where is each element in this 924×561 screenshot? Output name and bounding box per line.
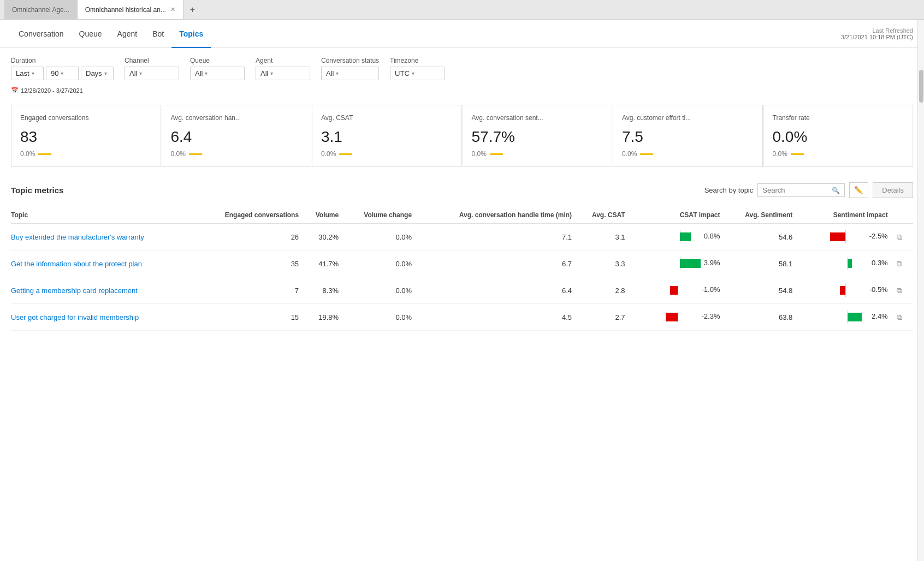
col-header-engaged: Engaged conversations: [194, 207, 302, 224]
tab-close-icon[interactable]: ✕: [170, 6, 175, 13]
handle-time-cell: 7.1: [415, 224, 575, 250]
duration-preset-select[interactable]: Last ▾: [11, 67, 44, 80]
volume-change-cell: 0.0%: [342, 277, 415, 304]
kpi-card-sentiment: Avg. conversation sent... 57.7% 0.0%: [463, 105, 613, 167]
nav-item-conversation[interactable]: Conversation: [11, 20, 72, 48]
copy-icon[interactable]: ⧉: [895, 231, 904, 242]
kpi-trend-bar: [38, 153, 51, 155]
topic-link[interactable]: User got charged for invalid membership: [11, 313, 139, 321]
tab-active[interactable]: Omnichannel historical an... ✕: [78, 0, 183, 19]
kpi-trend-bar: [640, 153, 653, 155]
avg-csat-cell: 3.3: [575, 250, 629, 277]
topic-link[interactable]: Getting a membership card replacement: [11, 287, 138, 295]
search-icon: 🔍: [832, 187, 840, 194]
kpi-trend-bar: [490, 153, 503, 155]
conversation-status-filter: Conversation status All ▾: [321, 57, 379, 80]
csat-impact-cell: -2.3%: [629, 304, 724, 331]
csat-impact-cell: 3.9%: [629, 250, 724, 277]
kpi-cards-row: Engaged conversations 83 0.0% Avg. conve…: [0, 98, 924, 174]
handle-time-cell: 6.7: [415, 250, 575, 277]
table-row: User got charged for invalid membership …: [11, 304, 913, 331]
agent-filter: Agent All ▾: [256, 57, 310, 80]
chevron-down-icon: ▾: [336, 70, 339, 76]
col-header-csat-impact: CSAT impact: [629, 207, 724, 224]
tab-label-active: Omnichannel historical an...: [85, 6, 166, 14]
topic-link[interactable]: Get the information about the protect pl…: [11, 260, 142, 268]
edit-button[interactable]: ✏️: [849, 182, 868, 198]
kpi-trend-bar: [791, 153, 804, 155]
queue-filter: Queue All ▾: [190, 57, 245, 80]
engaged-cell: 26: [194, 224, 302, 250]
col-header-handle-time: Avg. conversation handle time (min): [415, 207, 575, 224]
tab-inactive[interactable]: Omnichannel Age...: [4, 0, 78, 19]
csat-impact-cell: -1.0%: [629, 277, 724, 304]
nav-item-queue[interactable]: Queue: [72, 20, 110, 48]
avg-sentiment-cell: 58.1: [723, 250, 796, 277]
duration-value-select[interactable]: 90 ▾: [46, 67, 79, 80]
topic-search-box[interactable]: 🔍: [757, 183, 845, 197]
kpi-trend-bar: [189, 153, 202, 155]
handle-time-cell: 6.4: [415, 277, 575, 304]
topic-search-input[interactable]: [762, 186, 832, 194]
section-header: Topic metrics Search by topic 🔍 ✏️ Detai…: [11, 182, 913, 198]
copy-icon[interactable]: ⧉: [895, 312, 904, 323]
sentiment-impact-cell: 2.4%: [796, 304, 891, 331]
volume-change-cell: 0.0%: [342, 304, 415, 331]
row-action-cell: ⧉: [891, 277, 913, 304]
volume-cell: 8.3%: [302, 277, 342, 304]
new-tab-button[interactable]: +: [183, 5, 202, 15]
channel-select[interactable]: All ▾: [125, 67, 179, 80]
conversation-status-select[interactable]: All ▾: [321, 67, 379, 80]
avg-csat-cell: 2.7: [575, 304, 629, 331]
col-header-avg-sentiment: Avg. Sentiment: [723, 207, 796, 224]
col-header-actions: [891, 207, 913, 224]
queue-select[interactable]: All ▾: [190, 67, 245, 80]
chevron-down-icon: ▾: [270, 70, 273, 76]
top-navigation: Conversation Queue Agent Bot Topics Last…: [0, 20, 924, 48]
topic-name-cell: Getting a membership card replacement: [11, 277, 194, 304]
avg-sentiment-cell: 63.8: [723, 304, 796, 331]
kpi-card-handle-time: Avg. conversation han... 6.4 0.0%: [162, 105, 312, 167]
volume-change-cell: 0.0%: [342, 250, 415, 277]
scrollbar-thumb[interactable]: [919, 70, 923, 103]
scrollbar[interactable]: [917, 20, 924, 561]
calendar-icon: 📅: [11, 87, 19, 94]
agent-select[interactable]: All ▾: [256, 67, 310, 80]
nav-item-topics[interactable]: Topics: [171, 20, 211, 48]
chevron-down-icon: ▾: [205, 70, 208, 76]
filters-row: Duration Last ▾ 90 ▾ Days ▾ Channel All: [0, 48, 924, 85]
csat-impact-cell: 0.8%: [629, 224, 724, 250]
avg-sentiment-cell: 54.6: [723, 224, 796, 250]
chevron-down-icon: ▾: [412, 70, 414, 76]
copy-icon[interactable]: ⧉: [895, 285, 904, 296]
nav-item-agent[interactable]: Agent: [110, 20, 145, 48]
table-row: Get the information about the protect pl…: [11, 250, 913, 277]
sentiment-impact-cell: -2.5%: [796, 224, 891, 250]
nav-item-bot[interactable]: Bot: [145, 20, 171, 48]
volume-cell: 41.7%: [302, 250, 342, 277]
channel-filter: Channel All ▾: [125, 57, 179, 80]
browser-tabs-bar: Omnichannel Age... Omnichannel historica…: [0, 0, 924, 20]
details-button[interactable]: Details: [873, 182, 913, 198]
section-title: Topic metrics: [11, 186, 63, 195]
app-container: Conversation Queue Agent Bot Topics Last…: [0, 20, 924, 561]
search-by-topic-controls: Search by topic 🔍 ✏️ Details: [704, 182, 913, 198]
col-header-sentiment-impact: Sentiment impact: [796, 207, 891, 224]
date-range: 📅 12/28/2020 - 3/27/2021: [0, 85, 924, 98]
timezone-select[interactable]: UTC ▾: [390, 67, 445, 80]
kpi-trend-bar: [339, 153, 352, 155]
kpi-card-transfer: Transfer rate 0.0% 0.0%: [763, 105, 914, 167]
copy-icon[interactable]: ⧉: [895, 258, 904, 269]
avg-sentiment-cell: 54.8: [723, 277, 796, 304]
sentiment-impact-cell: 0.3%: [796, 250, 891, 277]
row-action-cell: ⧉: [891, 224, 913, 250]
topic-name-cell: Get the information about the protect pl…: [11, 250, 194, 277]
kpi-card-engaged: Engaged conversations 83 0.0%: [11, 105, 161, 167]
chevron-down-icon: ▾: [139, 70, 142, 76]
engaged-cell: 15: [194, 304, 302, 331]
table-row: Buy extended the manufacturer's warranty…: [11, 224, 913, 250]
volume-change-cell: 0.0%: [342, 224, 415, 250]
topic-link[interactable]: Buy extended the manufacturer's warranty: [11, 233, 144, 241]
col-header-volume-change: Volume change: [342, 207, 415, 224]
duration-unit-select[interactable]: Days ▾: [81, 67, 114, 80]
